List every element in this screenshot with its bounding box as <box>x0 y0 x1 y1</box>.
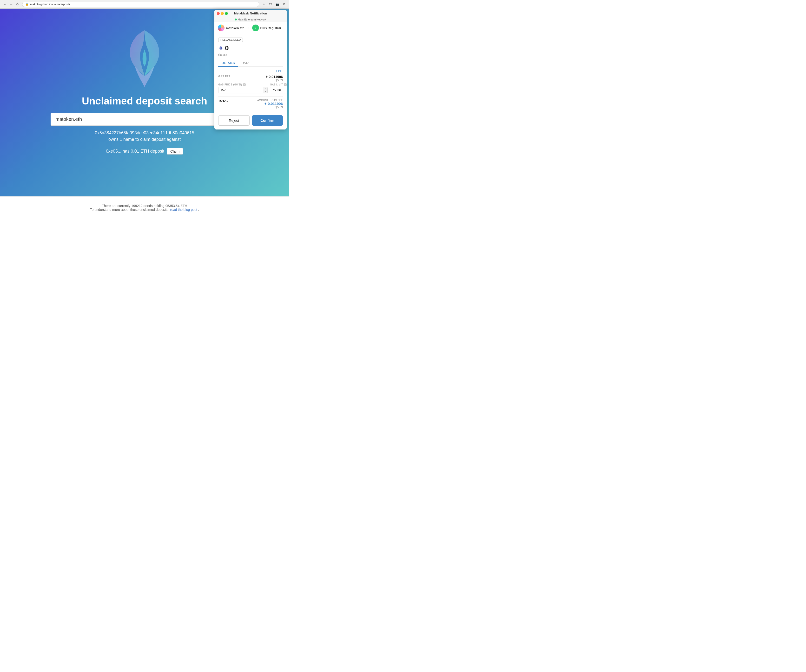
to-avatar: E <box>252 25 259 31</box>
deposit-text: 0xe05... has 0.01 ETH deposit <box>106 149 164 154</box>
shield-icon[interactable]: 🛡 <box>268 2 273 7</box>
from-account-name: matoken.eth <box>226 26 244 30</box>
screenshot-icon[interactable]: 📷 <box>274 2 280 7</box>
usd-amount: $0.00 <box>218 53 283 57</box>
gas-limit-input-wrapper: ▲ ▼ <box>270 87 287 93</box>
gas-fee-eth: 0.011906 <box>265 75 283 79</box>
confirm-button[interactable]: Confirm <box>252 115 283 126</box>
owns-text: owns 1 name to claim deposit against <box>95 136 194 143</box>
blog-prefix: To understand more about these unclaimed… <box>90 208 169 212</box>
gas-limit-label: Gas Limit ? <box>270 83 287 86</box>
gas-price-spinner: ▲ ▼ <box>263 87 268 93</box>
logo-area <box>111 9 178 91</box>
eth-amount: 0 <box>225 44 229 52</box>
gas-limit-group: Gas Limit ? ▲ ▼ <box>270 83 287 93</box>
svg-marker-3 <box>266 76 267 77</box>
edit-link[interactable]: EDIT <box>218 69 283 73</box>
total-label: TOTAL <box>218 99 228 102</box>
refresh-button[interactable]: ⟳ <box>15 2 20 7</box>
gas-price-input[interactable] <box>218 87 263 93</box>
footer-blog: To understand more about these unclaimed… <box>7 208 282 212</box>
gas-price-down[interactable]: ▼ <box>263 90 268 93</box>
metamask-title: MetaMask Notification <box>234 12 267 15</box>
minimize-window-button[interactable] <box>221 12 224 15</box>
search-input[interactable] <box>51 113 238 126</box>
footer: There are currently 199212 deeds holding… <box>0 196 289 219</box>
arrow-icon: → <box>246 26 250 30</box>
gas-fee-row: GAS FEE 0.011906 $5.03 <box>218 75 283 82</box>
tabs-row: DETAILS DATA <box>218 60 283 67</box>
maximize-window-button[interactable] <box>225 12 228 15</box>
total-row: TOTAL AMOUNT + GAS FEE 0.011906 $5.03 <box>218 99 283 109</box>
total-usd: $5.03 <box>257 105 283 109</box>
svg-marker-7 <box>266 102 266 104</box>
from-avatar <box>218 25 225 31</box>
metamask-popup: MetaMask Notification Main Ethereum Netw… <box>215 10 287 130</box>
eth-icon-large <box>218 46 223 51</box>
data-tab[interactable]: DATA <box>238 60 253 67</box>
amount-row: 0 <box>218 44 283 52</box>
gas-fee-label: GAS FEE <box>218 75 231 78</box>
details-tab[interactable]: DETAILS <box>218 60 238 67</box>
address-bar[interactable]: 🔒 makoto.github.io/claim-deposit/ <box>22 2 259 7</box>
gas-price-up[interactable]: ▲ <box>263 87 268 90</box>
metamask-body: RELEASE DEED 0 $0.00 DETAILS DATA EDIT G… <box>215 34 287 112</box>
release-deed-badge: RELEASE DEED <box>218 38 243 42</box>
forward-button[interactable]: → <box>9 2 14 7</box>
gas-price-info-icon[interactable]: ? <box>243 83 246 86</box>
traffic-lights <box>217 12 228 15</box>
close-window-button[interactable] <box>217 12 220 15</box>
svg-marker-4 <box>267 76 268 77</box>
from-to-row: matoken.eth → E ENS Registrar <box>215 22 287 34</box>
svg-marker-1 <box>221 46 223 49</box>
amount-gas-label: AMOUNT + GAS FEE <box>257 99 283 102</box>
reject-button[interactable]: Reject <box>218 115 249 126</box>
footer-stats: There are currently 199212 deeds holding… <box>7 204 282 208</box>
gas-fee-usd: $5.03 <box>265 79 283 82</box>
svg-marker-6 <box>264 102 266 104</box>
network-bar: Main Ethereum Network <box>215 17 287 22</box>
ens-logo <box>111 18 178 91</box>
main-page: Unclaimed deposit search 0x5a384227b65fa… <box>0 9 289 196</box>
page-title: Unclaimed deposit search <box>82 95 207 107</box>
total-value: AMOUNT + GAS FEE 0.011906 $5.03 <box>257 99 283 109</box>
gas-fee-eth-value: 0.011906 <box>269 75 283 79</box>
back-button[interactable]: ← <box>2 2 8 7</box>
search-input-wrapper <box>51 113 238 126</box>
gas-limit-info-icon[interactable]: ? <box>284 83 287 86</box>
metamask-titlebar: MetaMask Notification <box>215 10 287 17</box>
to-account-name: ENS Registrar <box>260 26 281 30</box>
network-label: Main Ethereum Network <box>238 18 266 21</box>
gas-limit-input[interactable] <box>270 87 287 93</box>
extensions-icon[interactable]: ⚙ <box>281 2 287 7</box>
address-result: 0x5a384227b65fa093dec03ec34e111db80a0406… <box>95 130 194 143</box>
blog-link[interactable]: read the blog post <box>170 208 197 212</box>
to-account: E ENS Registrar <box>252 25 281 31</box>
browser-nav: ← → ⟳ <box>2 2 20 7</box>
total-eth: 0.011906 <box>257 102 283 105</box>
gas-price-input-wrapper: ▲ ▼ <box>218 87 268 93</box>
gas-price-label: Gas Price (GWEI) ? <box>218 83 268 86</box>
gas-fee-value: 0.011906 $5.03 <box>265 75 283 82</box>
divider <box>218 96 283 97</box>
eth-icon-small <box>265 75 268 78</box>
browser-toolbar: ← → ⟳ 🔒 makoto.github.io/claim-deposit/ … <box>0 0 289 9</box>
claim-button[interactable]: Claim <box>167 148 183 155</box>
url-text: makoto.github.io/claim-deposit/ <box>30 3 70 6</box>
address-text: 0x5a384227b65fa093dec03ec34e111db80a0406… <box>95 130 194 136</box>
blog-suffix: . <box>198 208 199 212</box>
gas-inputs: Gas Price (GWEI) ? ▲ ▼ Gas Limit ? <box>218 83 283 93</box>
action-buttons: Reject Confirm <box>215 112 287 130</box>
network-status-dot <box>235 18 237 20</box>
svg-marker-0 <box>219 46 221 49</box>
from-account: matoken.eth <box>218 25 244 31</box>
deposit-line: 0xe05... has 0.01 ETH deposit Claim <box>106 148 183 155</box>
total-eth-value: 0.011906 <box>268 102 283 105</box>
gas-price-group: Gas Price (GWEI) ? ▲ ▼ <box>218 83 268 93</box>
star-icon[interactable]: ☆ <box>261 2 266 7</box>
browser-icons: ☆ 🛡 📷 ⚙ <box>261 2 287 7</box>
eth-icon-total <box>264 102 267 105</box>
lock-icon: 🔒 <box>25 3 29 6</box>
